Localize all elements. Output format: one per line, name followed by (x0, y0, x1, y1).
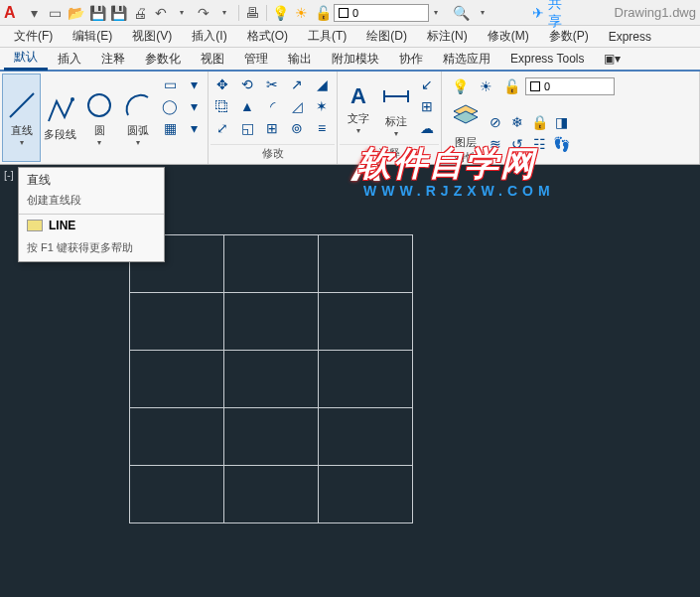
menu-parameter[interactable]: 参数(P) (539, 28, 599, 45)
tab-featured[interactable]: 精选应用 (433, 47, 500, 71)
redo-dropdown-icon[interactable]: ▾ (215, 4, 232, 22)
trim-icon[interactable]: ✂ (260, 74, 284, 95)
print-icon[interactable]: 🖨 (131, 4, 148, 22)
polyline-button[interactable]: 多段线 (41, 74, 79, 162)
lightbulb-icon[interactable]: 💡 (448, 75, 472, 97)
current-layer-dropdown[interactable]: 0 (525, 77, 615, 95)
line-button[interactable]: 直线 ▾ (2, 74, 41, 162)
viewport-label[interactable]: [-] (4, 169, 14, 181)
layer-color-swatch (530, 81, 540, 91)
panel-annotation-label[interactable]: 注释 (340, 144, 439, 162)
saveas-icon[interactable]: 💾 (110, 4, 127, 22)
layer-previous-icon[interactable]: ↺ (505, 133, 529, 155)
line-icon (6, 89, 38, 121)
copy-icon[interactable]: ⿻ (210, 95, 234, 117)
sun-icon[interactable]: ☀ (293, 4, 310, 22)
app-logo: A (4, 4, 16, 22)
layer-lock-icon[interactable]: 🔒 (527, 111, 551, 133)
align-icon[interactable]: ≡ (310, 117, 334, 139)
document-title: Drawing1.dwg (615, 5, 696, 20)
layer-match-icon[interactable]: ≋ (484, 133, 507, 155)
menu-express[interactable]: Express (599, 30, 661, 44)
dimension-button[interactable]: 标注 ▾ (377, 74, 415, 144)
layer-dropdown[interactable]: 0 (334, 4, 430, 22)
move-icon[interactable]: ✥ (210, 74, 234, 95)
menu-format[interactable]: 格式(O) (237, 28, 298, 45)
rotate-icon[interactable]: ⟲ (235, 74, 259, 95)
share-label: 共享 (548, 0, 574, 31)
array-icon[interactable]: ⊞ (260, 117, 284, 139)
layer-dropdown-icon[interactable]: ▾ (427, 4, 444, 22)
arc-button[interactable]: 圆弧 ▾ (119, 74, 158, 162)
sun-icon[interactable]: ☀ (474, 75, 497, 97)
tab-collaborate[interactable]: 协作 (389, 47, 433, 71)
lock-icon[interactable]: 🔓 (315, 4, 332, 22)
layer-freeze-icon[interactable]: ❄ (505, 111, 529, 133)
undo-icon[interactable]: ↶ (152, 4, 169, 22)
layer-off-icon[interactable]: ⊘ (484, 111, 507, 133)
fillet-icon[interactable]: ◜ (260, 95, 284, 117)
layer-isolate-icon[interactable]: ◨ (549, 111, 573, 133)
menu-view[interactable]: 视图(V) (122, 28, 182, 45)
stretch-icon[interactable]: ⤢ (210, 117, 234, 139)
svg-line-0 (10, 93, 34, 117)
menu-file[interactable]: 文件(F) (4, 28, 63, 45)
layer-walk-icon[interactable]: 👣 (549, 133, 573, 155)
tab-annotate[interactable]: 注释 (91, 47, 135, 71)
panel-layers: 💡 ☀ 🔓 0 图层 特性 ⊘ ❄ 🔒 ◨ ≋ (442, 72, 700, 164)
text-button[interactable]: A 文字 ▾ (340, 74, 377, 144)
cad-grid-drawing (129, 234, 413, 523)
table-icon[interactable]: ⊞ (415, 95, 439, 117)
rectangle-icon[interactable]: ▭ (158, 74, 182, 95)
offset-icon[interactable]: ⊚ (285, 117, 309, 139)
search-icon[interactable]: 🔍 (453, 4, 470, 22)
circle-button[interactable]: 圆 ▾ (80, 74, 119, 162)
panel-modify-label[interactable]: 修改 (210, 144, 335, 162)
mirror-icon[interactable]: ▲ (235, 95, 259, 117)
tab-default[interactable]: 默认 (4, 47, 48, 71)
plot-icon[interactable]: 🖶 (244, 4, 261, 22)
menu-insert[interactable]: 插入(I) (182, 28, 236, 45)
menu-tools[interactable]: 工具(T) (298, 28, 356, 45)
menu-draw[interactable]: 绘图(D) (356, 28, 417, 45)
extend-icon[interactable]: ↗ (285, 74, 309, 95)
share-button[interactable]: ✈ 共享 (532, 0, 574, 31)
explode-icon[interactable]: ✶ (310, 95, 334, 117)
ellipse-icon[interactable]: ◯ (158, 95, 182, 117)
hatch-icon[interactable]: ▦ (158, 117, 182, 139)
menu-dropdown-icon[interactable]: ▾ (26, 4, 43, 22)
save-icon[interactable]: 💾 (89, 4, 106, 22)
layer-properties-button[interactable]: 图层 特性 (448, 99, 484, 167)
hatch-dropdown-icon[interactable]: ▾ (182, 117, 206, 139)
chamfer-icon[interactable]: ◿ (285, 95, 309, 117)
panel-draw: 直线 ▾ 多段线 圆 ▾ 圆弧 ▾ ▭ ▾ ◯ ▾ ▦ (0, 72, 209, 164)
tab-express-tools[interactable]: Express Tools (500, 47, 594, 71)
search-dropdown-icon[interactable]: ▾ (474, 4, 490, 22)
tab-parametric[interactable]: 参数化 (135, 47, 191, 71)
tab-output[interactable]: 输出 (278, 47, 322, 71)
tab-addins[interactable]: 附加模块 (322, 47, 389, 71)
grid-table (129, 234, 413, 523)
erase-icon[interactable]: ◢ (310, 74, 334, 95)
redo-icon[interactable]: ↷ (195, 4, 211, 22)
undo-dropdown-icon[interactable]: ▾ (174, 4, 191, 22)
ellipse-dropdown-icon[interactable]: ▾ (182, 95, 206, 117)
tooltip-command-text: LINE (49, 219, 75, 232)
open-icon[interactable]: 📂 (68, 4, 84, 22)
menu-dimension[interactable]: 标注(N) (417, 28, 478, 45)
rect-dropdown-icon[interactable]: ▾ (182, 74, 206, 95)
leader-icon[interactable]: ↙ (415, 74, 439, 95)
tab-insert[interactable]: 插入 (48, 47, 91, 71)
cloud-icon[interactable]: ☁ (415, 117, 439, 139)
tooltip: 直线 创建直线段 LINE 按 F1 键获得更多帮助 (18, 167, 165, 262)
menu-edit[interactable]: 编辑(E) (63, 28, 122, 45)
lock-icon[interactable]: 🔓 (499, 75, 523, 97)
new-icon[interactable]: ▭ (47, 4, 64, 22)
layer-state-icon[interactable]: ☷ (527, 133, 551, 155)
tab-more-icon[interactable]: ▣▾ (594, 47, 630, 71)
menu-modify[interactable]: 修改(M) (478, 28, 539, 45)
scale-icon[interactable]: ◱ (235, 117, 259, 139)
tab-manage[interactable]: 管理 (234, 47, 278, 71)
tab-view[interactable]: 视图 (191, 47, 234, 71)
lightbulb-icon[interactable]: 💡 (272, 4, 289, 22)
